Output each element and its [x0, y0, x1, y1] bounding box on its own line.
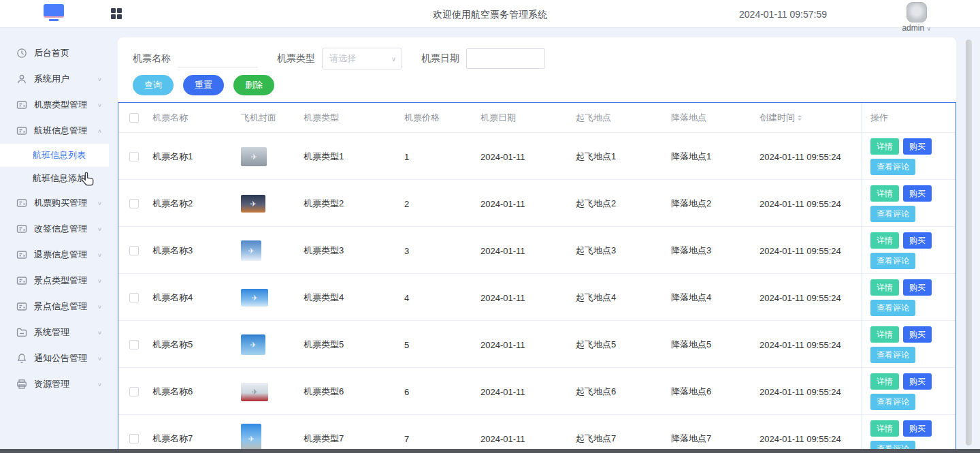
sidebar-item-5[interactable]: 改签信息管理∨	[0, 216, 109, 242]
airplane-photo-sky[interactable]: ✈	[241, 289, 268, 307]
ticket-date-cell: 2024-01-11	[474, 274, 569, 322]
mouse-cursor-hand-icon	[80, 172, 95, 189]
view-comments-button[interactable]: 查看评论	[870, 206, 915, 222]
row-checkbox[interactable]	[129, 434, 139, 443]
row-checkbox[interactable]	[129, 246, 139, 255]
sidebar-item-7[interactable]: 景点类型管理∨	[0, 268, 109, 294]
landing-location-cell: 降落地点2	[664, 180, 753, 228]
sidebar-item-label: 通知公告管理	[34, 352, 97, 364]
column-header-1: 飞机封面	[234, 103, 297, 132]
avatar[interactable]	[906, 2, 927, 22]
chevron-down-icon: ∨	[97, 102, 102, 108]
view-comments-button[interactable]: 查看评论	[870, 253, 915, 269]
detail-button[interactable]: 详情	[870, 138, 899, 155]
buy-button[interactable]: 购买	[903, 326, 932, 343]
ticket-type-cell: 机票类型3	[297, 227, 397, 275]
chevron-down-icon: ∨	[391, 55, 396, 63]
takeoff-location-cell: 起飞地点3	[569, 227, 664, 275]
airplane-photo-clouds[interactable]: ✈	[241, 240, 261, 261]
ticket-type-cell: 机票类型4	[297, 274, 397, 322]
horizontal-scrollbar[interactable]	[0, 449, 980, 453]
panel-icon	[16, 125, 27, 136]
takeoff-location-cell: 起飞地点1	[569, 133, 664, 181]
ticket-name-cell: 机票名称4	[146, 274, 234, 322]
sidebar-item-4[interactable]: 机票购买管理∨	[0, 190, 109, 216]
delete-button[interactable]: 删除	[233, 75, 274, 95]
sidebar-item-0[interactable]: 后台首页	[0, 40, 109, 66]
buy-button[interactable]: 购买	[903, 185, 932, 202]
column-header-4: 机票日期	[474, 103, 569, 132]
sidebar-item-3[interactable]: 航班信息管理∧	[0, 118, 109, 144]
buy-button[interactable]: 购买	[903, 373, 932, 390]
chevron-down-icon: ∨	[97, 330, 102, 336]
row-checkbox[interactable]	[129, 293, 139, 302]
select-all-checkbox[interactable]	[129, 113, 139, 123]
buy-button[interactable]: 购买	[903, 420, 932, 437]
sidebar-item-1[interactable]: 系统用户∨	[0, 66, 109, 92]
sidebar-item-9[interactable]: 系统管理∨	[0, 319, 109, 345]
ticket-price-cell: 6	[397, 368, 474, 416]
ticket-name-cell: 机票名称3	[146, 227, 234, 275]
takeoff-location-cell: 起飞地点7	[569, 415, 664, 453]
panel-icon	[16, 249, 27, 260]
query-button[interactable]: 查询	[133, 75, 174, 95]
sidebar-item-label: 机票购买管理	[34, 197, 97, 209]
sidebar-item-10[interactable]: 通知公告管理∨	[0, 345, 109, 371]
created-time-cell: 2024-01-11 09:55:24	[753, 368, 862, 416]
detail-button[interactable]: 详情	[870, 420, 899, 437]
table-row-3: 机票名称3✈机票类型332024-01-11起飞地点3降落地点32024-01-…	[118, 227, 956, 274]
ticket-date-cell: 2024-01-11	[474, 415, 569, 453]
ticket-name-cell: 机票名称1	[146, 133, 234, 181]
detail-button[interactable]: 详情	[870, 279, 899, 296]
reset-button[interactable]: 重置	[183, 75, 224, 95]
view-comments-button[interactable]: 查看评论	[870, 347, 915, 363]
ticket-name-cell: 机票名称7	[146, 415, 234, 453]
folder-icon	[16, 327, 27, 338]
actions-cell: 详情购买查看评论	[862, 415, 956, 453]
column-header-7[interactable]: 创建时间	[753, 103, 862, 132]
airplane-photo-sunset[interactable]: ✈	[241, 195, 265, 213]
vertical-scrollbar[interactable]	[966, 40, 972, 446]
top-header: 欢迎使用航空票务管理系统 2024-01-11 09:57:59 admin ∨	[0, 0, 980, 28]
airplane-photo-gate[interactable]: ✈	[241, 147, 267, 166]
detail-button[interactable]: 详情	[870, 185, 899, 202]
chevron-down-icon: ∨	[97, 252, 102, 258]
buy-button[interactable]: 购买	[903, 279, 932, 296]
ticket-type-select[interactable]: 请选择 ∨	[322, 48, 402, 69]
user-menu[interactable]: admin ∨	[902, 2, 931, 33]
sort-carets-icon[interactable]	[798, 113, 802, 123]
detail-button[interactable]: 详情	[870, 232, 899, 249]
detail-button[interactable]: 详情	[870, 326, 899, 343]
table-header-row: 机票名称飞机封面机票类型机票价格机票日期起飞地点降落地点创建时间操作	[118, 103, 956, 133]
airplane-photo-red[interactable]: ✈	[241, 383, 268, 401]
row-checkbox[interactable]	[129, 387, 139, 396]
view-comments-button[interactable]: 查看评论	[870, 394, 915, 410]
sidebar-item-8[interactable]: 景点信息管理∨	[0, 294, 109, 319]
ticket-name-cell: 机票名称2	[146, 180, 234, 228]
chevron-down-icon: ∨	[97, 356, 102, 362]
buy-button[interactable]: 购买	[903, 138, 932, 155]
airplane-photo-sea[interactable]: ✈	[241, 334, 265, 355]
row-checkbox[interactable]	[129, 340, 139, 349]
ticket-name-input[interactable]	[178, 50, 258, 67]
column-header-6: 降落地点	[664, 103, 753, 132]
table-row-2: 机票名称2✈机票类型222024-01-11起飞地点2降落地点22024-01-…	[118, 180, 956, 227]
view-comments-button[interactable]: 查看评论	[870, 159, 915, 175]
sidebar-item-2[interactable]: 机票类型管理∨	[0, 92, 109, 118]
sidebar-subitem-3-0[interactable]: 航班信息列表	[0, 144, 109, 167]
ticket-date-input[interactable]	[466, 48, 545, 69]
row-checkbox[interactable]	[129, 199, 139, 208]
row-checkbox[interactable]	[129, 152, 139, 161]
detail-button[interactable]: 详情	[870, 373, 899, 390]
created-time-cell: 2024-01-11 09:55:24	[753, 415, 862, 453]
landing-location-cell: 降落地点7	[664, 415, 753, 453]
sidebar-item-label: 改签信息管理	[34, 223, 97, 235]
view-comments-button[interactable]: 查看评论	[870, 300, 915, 316]
ticket-price-cell: 7	[397, 415, 474, 453]
buy-button[interactable]: 购买	[903, 232, 932, 249]
table-row-5: 机票名称5✈机票类型552024-01-11起飞地点5降落地点52024-01-…	[118, 321, 956, 368]
landing-location-cell: 降落地点1	[664, 133, 753, 181]
sidebar-item-6[interactable]: 退票信息管理∨	[0, 242, 109, 268]
sidebar-item-11[interactable]: 资源管理∨	[0, 371, 109, 397]
ticket-date-cell: 2024-01-11	[474, 133, 569, 181]
